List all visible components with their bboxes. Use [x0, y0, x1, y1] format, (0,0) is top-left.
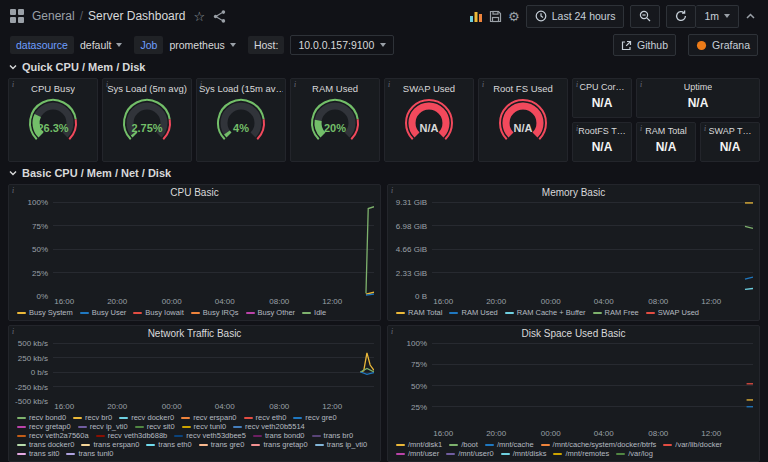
settings-gear-icon[interactable]: ⚙ — [508, 10, 520, 23]
zoom-out-button[interactable] — [630, 5, 660, 28]
stat-panel[interactable]: iRAM TotalN/A — [636, 122, 696, 162]
star-icon[interactable]: ☆ — [193, 10, 205, 23]
legend-item[interactable]: /mnt/remotes — [553, 449, 609, 458]
gauge-panel[interactable]: iRAM Used20% — [290, 78, 380, 162]
legend-item[interactable]: RAM Total — [396, 308, 442, 317]
gauge-panel[interactable]: iCPU Busy26.3% — [8, 78, 98, 162]
legend-item[interactable]: Busy IRQs — [191, 308, 239, 317]
save-dashboard-icon[interactable] — [489, 10, 502, 23]
panel-info-icon[interactable]: i — [391, 327, 393, 336]
time-range-button[interactable]: Last 24 hours — [526, 5, 625, 28]
gauge-panel[interactable]: iSWAP UsedN/A — [384, 78, 474, 162]
legend-item[interactable]: trans gretap0 — [251, 440, 307, 449]
legend-item[interactable]: Busy Other — [246, 308, 296, 317]
legend-item[interactable]: Busy User — [80, 308, 127, 317]
apps-grid-icon[interactable] — [10, 9, 24, 23]
legend-label: RAM Total — [408, 308, 442, 317]
legend-item[interactable]: /var/lib/docker — [663, 440, 722, 449]
legend-item[interactable]: Busy Iowait — [133, 308, 183, 317]
panel-info-icon[interactable]: i — [200, 80, 202, 89]
legend-item[interactable]: recv erspan0 — [181, 413, 236, 422]
chart-title[interactable]: Network Traffic Basic — [9, 326, 380, 341]
var-job-select[interactable]: prometheus — [169, 39, 235, 51]
panel-info-icon[interactable]: i — [12, 186, 14, 195]
chart-title[interactable]: Disk Space Used Basic — [388, 326, 759, 341]
chevron-up-icon[interactable] — [745, 11, 756, 22]
panel-info-icon[interactable]: i — [388, 80, 390, 89]
grafana-link-button[interactable]: Grafana — [688, 34, 758, 56]
legend-item[interactable]: trans ip_vti0 — [315, 440, 367, 449]
github-link-button[interactable]: Github — [613, 34, 676, 56]
legend-item[interactable]: /mnt/user0 — [446, 449, 493, 458]
var-datasource-select[interactable]: default — [80, 39, 123, 51]
legend-item[interactable]: recv sit0 — [135, 422, 175, 431]
panel-info-icon[interactable]: i — [576, 80, 578, 89]
panel-info-icon[interactable]: i — [12, 327, 14, 336]
stat-panel[interactable]: iSWAP T…N/A — [700, 122, 760, 162]
legend-item[interactable]: trans eth0 — [146, 440, 191, 449]
section-basic-cpu-mem-net-disk[interactable]: Basic CPU / Mem / Net / Disk — [0, 164, 768, 182]
breadcrumb-folder[interactable]: General — [32, 9, 75, 23]
legend-item[interactable]: /mnt/disk1 — [396, 440, 442, 449]
stat-panel[interactable]: iRootFS T…N/A — [572, 122, 632, 162]
panel-info-icon[interactable]: i — [106, 80, 108, 89]
chart-title[interactable]: CPU Basic — [9, 185, 380, 200]
legend-item[interactable]: SWAP Used — [646, 308, 699, 317]
legend-item[interactable]: /mnt/cache — [485, 440, 534, 449]
legend-item[interactable]: recv veth20b5514 — [233, 422, 305, 431]
legend-item[interactable]: /boot — [449, 440, 478, 449]
legend-item[interactable]: recv br0 — [73, 413, 112, 422]
legend-item[interactable]: trans br0 — [312, 431, 354, 440]
plot-area[interactable] — [432, 202, 753, 296]
legend-item[interactable]: Idle — [302, 308, 326, 317]
legend-item[interactable]: trans erspan0 — [81, 440, 139, 449]
plot-area[interactable] — [432, 343, 753, 428]
analytics-icon[interactable] — [469, 9, 483, 23]
plot-area[interactable] — [53, 202, 374, 296]
panel-info-icon[interactable]: i — [12, 80, 14, 89]
panel-info-icon[interactable]: i — [704, 124, 706, 133]
legend-item[interactable]: recv tunl0 — [182, 422, 227, 431]
var-host-select[interactable]: 10.0.0.157:9100 — [290, 35, 394, 55]
legend-item[interactable]: trans docker0 — [17, 440, 74, 449]
panel-info-icon[interactable]: i — [482, 80, 484, 89]
chart-title[interactable]: Memory Basic — [388, 185, 759, 200]
legend-item[interactable]: recv veth53dbee5 — [174, 431, 246, 440]
panel-info-icon[interactable]: i — [640, 124, 642, 133]
panel-info-icon[interactable]: i — [294, 80, 296, 89]
legend-item[interactable]: recv veth3db688b — [96, 431, 168, 440]
gauge-panel[interactable]: iSys Load (15m av…4% — [196, 78, 286, 162]
share-icon[interactable] — [213, 10, 226, 23]
legend-item[interactable]: recv gre0 — [293, 413, 336, 422]
legend-item[interactable]: recv eth0 — [244, 413, 287, 422]
legend-item[interactable]: trans gre0 — [199, 440, 245, 449]
legend-item[interactable]: RAM Used — [449, 308, 497, 317]
legend-item[interactable]: recv ip_vti0 — [78, 422, 128, 431]
legend-item[interactable]: /mnt/disks — [501, 449, 547, 458]
breadcrumb-dashboard[interactable]: Server Dashboard — [88, 9, 185, 23]
stat-panel[interactable]: iUptimeN/A — [636, 78, 760, 118]
legend-item[interactable]: recv bond0 — [17, 413, 66, 422]
gauge-panel[interactable]: iRoot FS UsedN/A — [478, 78, 568, 162]
panel-info-icon[interactable]: i — [391, 186, 393, 195]
legend-item[interactable]: recv veth2a7560a — [17, 431, 89, 440]
legend-item[interactable]: trans tunl0 — [66, 449, 113, 458]
legend-item[interactable]: trans bond0 — [253, 431, 305, 440]
stat-panel[interactable]: iCPU Cor…N/A — [572, 78, 632, 118]
gauge-panel[interactable]: iSys Load (5m avg)2.75% — [102, 78, 192, 162]
legend-item[interactable]: RAM Cache + Buffer — [505, 308, 586, 317]
legend-item[interactable]: recv gretap0 — [17, 422, 71, 431]
legend-item[interactable]: /var/log — [616, 449, 653, 458]
refresh-interval-button[interactable]: 1m — [696, 5, 739, 28]
legend-item[interactable]: Busy System — [17, 308, 73, 317]
panel-info-icon[interactable]: i — [640, 80, 642, 89]
refresh-button[interactable] — [666, 5, 696, 28]
legend-item[interactable]: trans sit0 — [17, 449, 59, 458]
legend-item[interactable]: recv docker0 — [119, 413, 174, 422]
legend-item[interactable]: RAM Free — [593, 308, 639, 317]
panel-info-icon[interactable]: i — [576, 124, 578, 133]
legend-item[interactable]: /mnt/cache/system/docker/btrfs — [541, 440, 657, 449]
plot-area[interactable] — [53, 343, 374, 401]
legend-item[interactable]: /mnt/user — [396, 449, 439, 458]
section-quick-cpu-mem-disk[interactable]: Quick CPU / Mem / Disk — [0, 58, 768, 76]
